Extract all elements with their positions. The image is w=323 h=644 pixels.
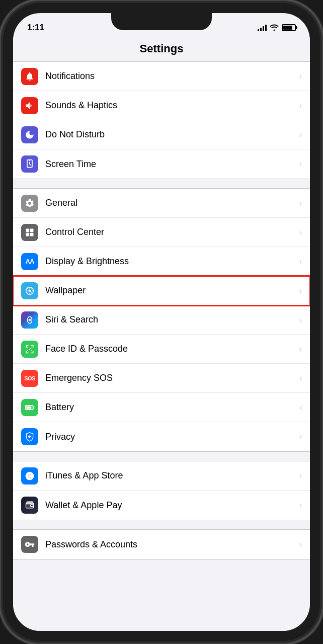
battery-chevron: › [299,403,302,412]
row-battery[interactable]: Battery › [13,393,310,422]
section-general: General › Control Center [13,188,310,452]
notifications-icon [21,68,38,85]
appstore-icon [21,467,38,485]
svg-rect-15 [27,502,33,503]
row-passwords[interactable]: Passwords & Accounts › [13,530,310,559]
sounds-chevron: › [299,101,302,110]
privacy-icon [21,428,38,445]
row-privacy[interactable]: Privacy › [13,422,310,451]
wallpaper-label: Wallpaper [45,285,295,296]
wallet-label: Wallet & Apple Pay [45,500,295,511]
row-general[interactable]: General › [13,189,310,218]
wifi-icon [270,24,279,32]
emergency-sos-chevron: › [299,374,302,383]
siri-label: Siri & Search [45,314,295,325]
signal-bar-2 [260,28,262,31]
battery-fill [283,26,292,30]
svg-point-8 [29,318,31,321]
svg-rect-3 [26,232,30,236]
control-center-icon [21,224,38,241]
settings-content: Settings Notifications › [13,38,310,631]
status-time: 1:11 [27,23,44,33]
signal-bars-icon [258,24,267,31]
display-label: Display & Brightness [45,256,295,267]
row-siri[interactable]: Siri & Search › [13,305,310,335]
svg-rect-1 [26,228,30,232]
signal-bar-3 [263,26,264,31]
row-emergency-sos[interactable]: SOS Emergency SOS › [13,364,310,393]
display-chevron: › [299,257,302,266]
section-store: iTunes & App Store › [13,461,310,520]
row-face-id[interactable]: Face ID & Passcode › [13,335,310,364]
screen: 1:11 [13,13,310,631]
screen-time-icon [21,155,38,173]
row-control-center[interactable]: Control Center › [13,218,310,247]
signal-bar-4 [265,25,267,31]
emergency-sos-icon: SOS [21,370,38,387]
wallpaper-icon [21,282,38,299]
settings-title: Settings [13,38,310,61]
row-sounds[interactable]: Sounds & Haptics › [13,91,310,120]
dnd-icon [21,126,38,143]
general-label: General [45,198,295,208]
sounds-label: Sounds & Haptics [45,100,295,111]
general-chevron: › [299,199,302,208]
signal-bar-1 [258,29,259,31]
control-center-label: Control Center [45,227,295,237]
svg-point-6 [29,289,31,292]
wallet-chevron: › [299,501,302,510]
privacy-chevron: › [299,432,302,441]
siri-icon [21,311,38,329]
row-notifications[interactable]: Notifications › [13,62,310,91]
screen-time-chevron: › [299,159,302,169]
row-screen-time[interactable]: Screen Time › [13,149,310,179]
face-id-label: Face ID & Passcode [45,344,295,354]
display-icon: AA [21,253,38,270]
battery-icon [282,24,296,31]
status-icons [258,24,296,32]
privacy-label: Privacy [45,432,295,442]
appstore-chevron: › [299,471,302,480]
section-notifications: Notifications › Sounds & Haptics › [13,61,310,179]
siri-chevron: › [299,315,302,325]
row-do-not-disturb[interactable]: Do Not Disturb › [13,120,310,149]
control-center-chevron: › [299,228,302,237]
face-id-icon [21,341,38,358]
battery-row-icon [21,399,38,416]
general-icon [21,195,38,212]
screen-time-label: Screen Time [45,159,295,170]
battery-label: Battery [45,402,295,413]
wallet-icon [21,497,38,514]
dnd-label: Do Not Disturb [45,129,295,140]
section-accounts: Passwords & Accounts › [13,529,310,559]
passwords-label: Passwords & Accounts [45,539,295,550]
dnd-chevron: › [299,130,302,139]
row-wallpaper[interactable]: Wallpaper › [13,276,310,305]
notch [111,13,212,30]
row-itunes-appstore[interactable]: iTunes & App Store › [13,461,310,491]
passwords-icon [21,536,38,553]
notifications-label: Notifications [45,71,295,82]
svg-rect-10 [26,406,31,409]
svg-rect-4 [30,232,34,236]
phone-inner: 1:11 [3,3,320,641]
face-id-chevron: › [299,345,302,354]
notifications-chevron: › [299,72,302,81]
emergency-sos-label: Emergency SOS [45,373,295,383]
row-wallet[interactable]: Wallet & Apple Pay › [13,491,310,520]
wallpaper-chevron: › [299,286,302,295]
row-display-brightness[interactable]: AA Display & Brightness › [13,247,310,276]
passwords-chevron: › [299,540,302,549]
appstore-label: iTunes & App Store [45,470,295,481]
sounds-icon [21,97,38,114]
svg-rect-2 [30,228,34,232]
phone-frame: 1:11 [0,0,323,644]
